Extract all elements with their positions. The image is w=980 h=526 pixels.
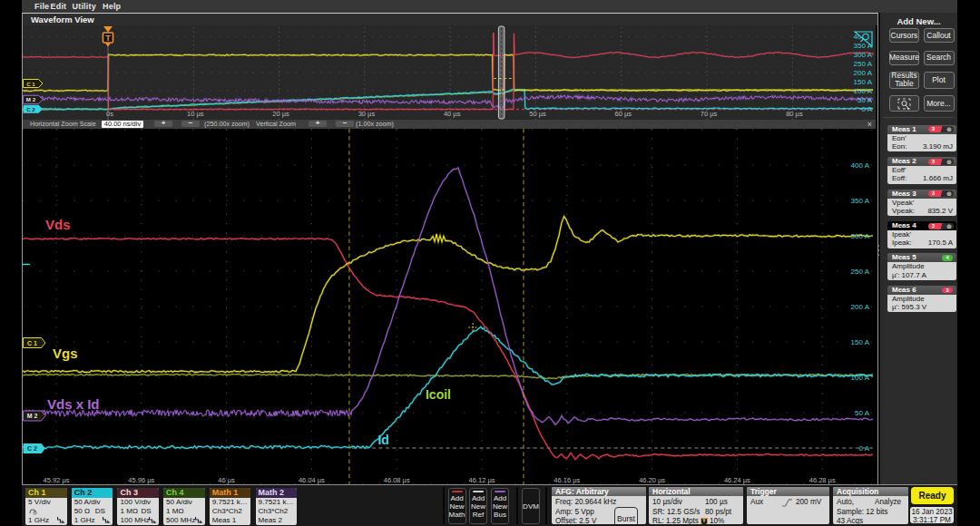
overview-chart[interactable]: 0s10 µs20 µs30 µs40 µs50 µs60 µs70 µs80 … (23, 25, 876, 120)
zoom-bar-close-icon[interactable]: × (867, 120, 872, 129)
results-table-button[interactable]: Results Table (889, 72, 919, 89)
add-new-ref-button[interactable]: AddNewRef (469, 488, 487, 524)
badge-row2: Ch3*Ch2 (212, 507, 250, 516)
channel-badge-math1[interactable]: Math 19.7521 k…Ch3*Ch2Meas 1 (210, 488, 251, 525)
ov-x-tick: 20 µs (272, 110, 289, 118)
channel-marker-label[interactable]: C 2 (27, 445, 37, 452)
main-y-tick: 350 A (851, 197, 870, 205)
channel-badge-ch4[interactable]: Ch 450 A/div1 MΩ500 MHz (163, 488, 205, 525)
trigger-marker[interactable]: T (103, 26, 113, 120)
bus-accent (495, 491, 505, 492)
waveform-view-tab[interactable]: Waveform View (23, 14, 877, 25)
badge-row1: 9.7521 k… (259, 498, 296, 507)
meas-line1: Amplitude (892, 262, 953, 270)
rising-edge-icon (782, 499, 792, 507)
badge-header: Ch 2 (72, 488, 113, 498)
search-button[interactable]: Search (924, 51, 955, 65)
badge-row1: 50 A/div (74, 498, 112, 507)
h-zoom-minus-button[interactable]: − (181, 121, 200, 127)
h-zoom-scale-input[interactable]: 40.00 ns/div (102, 121, 143, 128)
menu-utility[interactable]: Utility (73, 0, 96, 13)
badge-header: Math 1 (210, 488, 251, 498)
channel-marker-label[interactable]: C 1 (27, 340, 37, 346)
cursors-button[interactable]: Cursors (889, 28, 919, 43)
meas-card-header: Meas 13⊕ (887, 125, 956, 134)
meas-card-2[interactable]: Meas 23⊕Eoff'Eoff:1.666 mJ (887, 157, 956, 184)
channel-marker-label[interactable]: C 2 (26, 106, 35, 112)
channel-marker-label[interactable]: M 2 (27, 413, 38, 419)
badge-header: Ch 3 (117, 488, 159, 498)
trace-label-id: Id (377, 433, 388, 447)
separator (545, 487, 547, 524)
trace-ch1_vgs (23, 54, 873, 92)
zoom-window-handle[interactable] (498, 26, 504, 119)
add-new-bus-button[interactable]: AddNewBus (491, 488, 509, 524)
channel-marker-label[interactable]: M 2 (26, 96, 36, 102)
meas-label: Eon: (892, 142, 906, 151)
channel-badge-math2[interactable]: Math 29.7521 k…Ch3*Ch2Meas 2 (256, 488, 298, 525)
channel-marker-label[interactable]: C 1 (26, 81, 35, 87)
meas-card-5[interactable]: Meas 54Amplitudeµ': 107.7 A (887, 253, 956, 280)
horizontal-panel[interactable]: Horizontal 10 µs/div 100 µs SR: 12.5 GS/… (649, 487, 743, 524)
ready-status-button[interactable]: Ready (911, 487, 954, 504)
bandwidth-icon (103, 516, 111, 523)
h-zoom-factor: (250.00x zoom) (204, 121, 250, 128)
meas-source-badge: 4 (942, 255, 953, 261)
zoom-scale-bar: Horizontal Zoom Scale 40.00 ns/div + − (… (23, 120, 876, 129)
meas-card-3[interactable]: Meas 33⊕Vpeak'Vpeak:835.2 V (887, 190, 956, 217)
trigger-level: 200 mV (796, 498, 821, 506)
plot-button[interactable]: Plot (924, 72, 955, 89)
menu-edit[interactable]: Edit (51, 0, 67, 13)
menu-file[interactable]: File (34, 0, 49, 13)
main-x-tick: 45.92 µs (44, 476, 70, 484)
ov-y-tick: 150 A (854, 78, 873, 86)
v-zoom-minus-button[interactable]: − (336, 121, 354, 127)
main-y-tick: 100 A (851, 374, 870, 382)
separator (516, 487, 518, 524)
main-y-tick: 250 A (851, 268, 870, 276)
meas-card-header: Meas 63 (887, 286, 956, 295)
meas-card-4[interactable]: Meas 43⊕Ipeak'Ipeak:170.5 A (887, 221, 956, 248)
ov-x-tick: 60 µs (615, 110, 632, 118)
acquisition-panel[interactable]: Acquisition Auto, Analyze Sample: 12 bit… (833, 487, 908, 524)
meas-card-1[interactable]: Meas 13⊕Eon'Eon:3.190 mJ (887, 125, 956, 152)
v-zoom-plus-button[interactable]: + (309, 121, 327, 127)
meas-card-6[interactable]: Meas 63Amplitudeµ': 595.3 V (887, 286, 956, 313)
meas-line1: Vpeak' (892, 199, 953, 207)
badge-row1: 9.7521 k… (212, 498, 250, 507)
trigger-panel[interactable]: Trigger Aux 200 mV (747, 487, 829, 524)
dvm-button[interactable]: DVM (522, 488, 540, 524)
channel-badge-ch2[interactable]: Ch 250 A/div50 ΩDS1 GHz (72, 488, 113, 525)
ov-x-tick: 80 µs (786, 110, 803, 118)
badge-body: 50 A/div1 MΩ500 MHz (163, 498, 205, 526)
badge-row3: Meas 2 (259, 516, 296, 525)
ov-x-tick: 40 µs (444, 110, 461, 118)
ov-y-tick: 300 A (854, 51, 873, 59)
ov-x-tick: 30 µs (358, 110, 376, 118)
ov-x-tick: 50 µs (529, 110, 546, 118)
channel-badge-ch1[interactable]: Ch 15 V/div1 GHz (25, 488, 67, 525)
badge-body: 9.7521 k…Ch3*Ch2Meas 1 (210, 498, 251, 526)
add-new-math-button[interactable]: AddNewMath (448, 488, 466, 524)
trace-glow-math2_vds_x_id (352, 168, 873, 425)
date-text: 16 Jan 2023 (910, 508, 954, 516)
meas-value: 170.5 A (928, 239, 953, 247)
callout-button[interactable]: Callout (924, 28, 955, 43)
channel-badge-ch3[interactable]: Ch 3100 V/div1 MΩDS100 MHz (117, 488, 159, 525)
burst-button[interactable]: Burst (614, 507, 638, 524)
panel-drag-handle[interactable] (877, 242, 880, 255)
meas-value: 1.666 mJ (923, 174, 953, 182)
zoom-mode-button[interactable] (889, 95, 919, 112)
h-zoom-plus-button[interactable]: + (154, 121, 172, 127)
main-zoom-chart[interactable]: 45.92 µs45.96 µs46 µs46.04 µs46.08 µs46.… (23, 129, 876, 485)
bandwidth-icon (149, 516, 157, 523)
ov-x-tick: 0s (106, 110, 113, 118)
menu-help[interactable]: Help (103, 0, 121, 13)
afg-panel[interactable]: AFG: Arbitrary Freq: 20.9644 kHz Amp: 5 … (552, 487, 646, 524)
main-y-tick: 0 A (858, 444, 869, 453)
menu-bar: File Edit Utility Help (22, 0, 957, 13)
meas-card-body: Amplitudeµ': 595.3 V (887, 295, 956, 313)
measure-button[interactable]: Measure (889, 51, 919, 65)
more-button[interactable]: More... (924, 95, 955, 112)
meas-label: µ': 107.7 A (892, 271, 953, 279)
